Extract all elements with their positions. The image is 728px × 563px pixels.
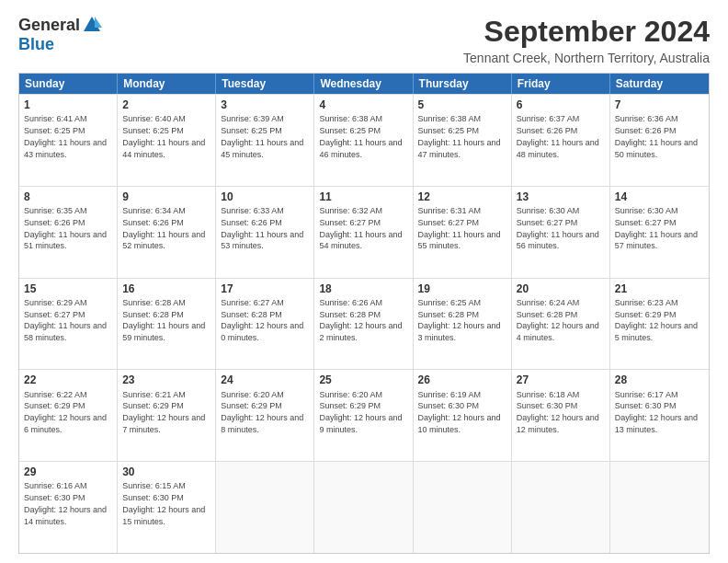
day-7: 7 Sunrise: 6:36 AM Sunset: 6:26 PM Dayli… xyxy=(610,95,709,186)
header-friday: Friday xyxy=(512,74,610,94)
day-13: 13 Sunrise: 6:30 AM Sunset: 6:27 PM Dayl… xyxy=(512,187,610,278)
calendar-body: 1 Sunrise: 6:41 AM Sunset: 6:25 PM Dayli… xyxy=(19,94,709,553)
day-12: 12 Sunrise: 6:31 AM Sunset: 6:27 PM Dayl… xyxy=(414,187,512,278)
day-17: 17 Sunrise: 6:27 AM Sunset: 6:28 PM Dayl… xyxy=(216,279,314,370)
day-14: 14 Sunrise: 6:30 AM Sunset: 6:27 PM Dayl… xyxy=(610,187,709,278)
title-block: September 2024 Tennant Creek, Northern T… xyxy=(463,15,710,65)
day-20: 20 Sunrise: 6:24 AM Sunset: 6:28 PM Dayl… xyxy=(512,279,610,370)
logo: General Blue xyxy=(18,15,102,54)
empty-cell-2 xyxy=(314,462,413,553)
week-row-1: 1 Sunrise: 6:41 AM Sunset: 6:25 PM Dayli… xyxy=(19,94,709,186)
header-saturday: Saturday xyxy=(610,74,709,94)
header-wednesday: Wednesday xyxy=(314,74,413,94)
logo-icon xyxy=(82,15,102,35)
empty-cell-5 xyxy=(610,462,709,553)
header-sunday: Sunday xyxy=(19,74,118,94)
header: General Blue September 2024 Tennant Cree… xyxy=(18,15,710,65)
day-22: 22 Sunrise: 6:22 AM Sunset: 6:29 PM Dayl… xyxy=(19,370,118,461)
logo-blue-text: Blue xyxy=(18,35,54,53)
week-row-5: 29 Sunrise: 6:16 AM Sunset: 6:30 PM Dayl… xyxy=(19,461,709,553)
day-8: 8 Sunrise: 6:35 AM Sunset: 6:26 PM Dayli… xyxy=(19,187,118,278)
month-title: September 2024 xyxy=(463,15,710,49)
empty-cell-4 xyxy=(512,462,610,553)
day-15: 15 Sunrise: 6:29 AM Sunset: 6:27 PM Dayl… xyxy=(19,279,118,370)
day-27: 27 Sunrise: 6:18 AM Sunset: 6:30 PM Dayl… xyxy=(512,370,610,461)
day-23: 23 Sunrise: 6:21 AM Sunset: 6:29 PM Dayl… xyxy=(118,370,216,461)
day-1: 1 Sunrise: 6:41 AM Sunset: 6:25 PM Dayli… xyxy=(19,95,118,186)
day-2: 2 Sunrise: 6:40 AM Sunset: 6:25 PM Dayli… xyxy=(118,95,216,186)
day-3: 3 Sunrise: 6:39 AM Sunset: 6:25 PM Dayli… xyxy=(216,95,314,186)
logo-general-text: General xyxy=(18,16,80,35)
header-tuesday: Tuesday xyxy=(216,74,314,94)
day-21: 21 Sunrise: 6:23 AM Sunset: 6:29 PM Dayl… xyxy=(610,279,709,370)
day-6: 6 Sunrise: 6:37 AM Sunset: 6:26 PM Dayli… xyxy=(512,95,610,186)
day-29: 29 Sunrise: 6:16 AM Sunset: 6:30 PM Dayl… xyxy=(19,462,118,553)
calendar: Sunday Monday Tuesday Wednesday Thursday… xyxy=(18,73,710,554)
day-25: 25 Sunrise: 6:20 AM Sunset: 6:29 PM Dayl… xyxy=(314,370,413,461)
day-30: 30 Sunrise: 6:15 AM Sunset: 6:30 PM Dayl… xyxy=(118,462,216,553)
location-subtitle: Tennant Creek, Northern Territory, Austr… xyxy=(463,51,710,65)
day-4: 4 Sunrise: 6:38 AM Sunset: 6:25 PM Dayli… xyxy=(314,95,413,186)
week-row-3: 15 Sunrise: 6:29 AM Sunset: 6:27 PM Dayl… xyxy=(19,278,709,370)
header-monday: Monday xyxy=(118,74,216,94)
day-28: 28 Sunrise: 6:17 AM Sunset: 6:30 PM Dayl… xyxy=(610,370,709,461)
day-19: 19 Sunrise: 6:25 AM Sunset: 6:28 PM Dayl… xyxy=(414,279,512,370)
svg-marker-1 xyxy=(95,17,102,28)
empty-cell-3 xyxy=(414,462,512,553)
day-16: 16 Sunrise: 6:28 AM Sunset: 6:28 PM Dayl… xyxy=(118,279,216,370)
header-thursday: Thursday xyxy=(414,74,512,94)
day-26: 26 Sunrise: 6:19 AM Sunset: 6:30 PM Dayl… xyxy=(414,370,512,461)
day-9: 9 Sunrise: 6:34 AM Sunset: 6:26 PM Dayli… xyxy=(118,187,216,278)
empty-cell-1 xyxy=(216,462,314,553)
day-18: 18 Sunrise: 6:26 AM Sunset: 6:28 PM Dayl… xyxy=(314,279,413,370)
calendar-header: Sunday Monday Tuesday Wednesday Thursday… xyxy=(19,74,709,94)
week-row-4: 22 Sunrise: 6:22 AM Sunset: 6:29 PM Dayl… xyxy=(19,369,709,461)
day-24: 24 Sunrise: 6:20 AM Sunset: 6:29 PM Dayl… xyxy=(216,370,314,461)
page: General Blue September 2024 Tennant Cree… xyxy=(0,0,728,563)
day-5: 5 Sunrise: 6:38 AM Sunset: 6:25 PM Dayli… xyxy=(414,95,512,186)
day-11: 11 Sunrise: 6:32 AM Sunset: 6:27 PM Dayl… xyxy=(314,187,413,278)
week-row-2: 8 Sunrise: 6:35 AM Sunset: 6:26 PM Dayli… xyxy=(19,186,709,278)
day-10: 10 Sunrise: 6:33 AM Sunset: 6:26 PM Dayl… xyxy=(216,187,314,278)
